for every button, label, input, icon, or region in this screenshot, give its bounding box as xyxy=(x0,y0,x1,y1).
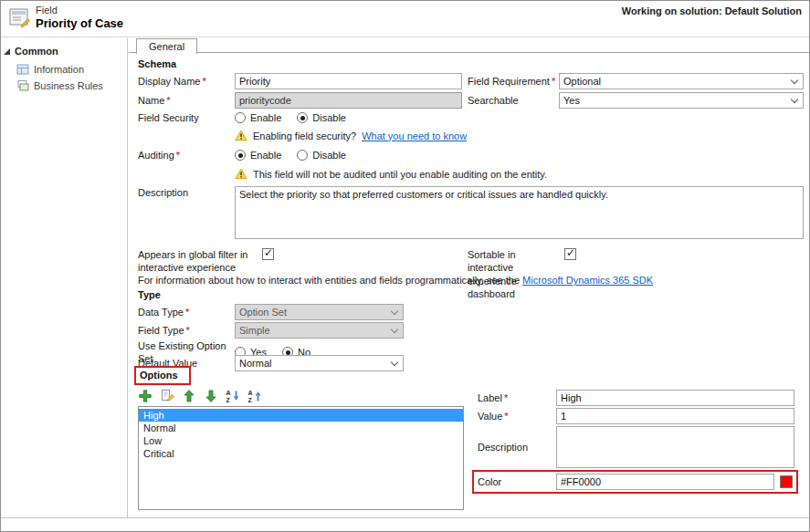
svg-text:A: A xyxy=(226,390,231,396)
color-swatch[interactable] xyxy=(780,475,793,488)
move-up-button[interactable] xyxy=(182,389,196,403)
chevron-down-icon xyxy=(391,326,398,333)
name-label: Name* xyxy=(138,94,235,107)
description-label: Description xyxy=(138,186,235,199)
field-security-disable-radio[interactable] xyxy=(297,112,308,123)
global-filter-label: Appears in global filter in interactive … xyxy=(138,248,262,275)
option-color-row: Color xyxy=(478,474,793,490)
field-security-enable-radio[interactable] xyxy=(235,112,246,123)
data-type-select: Option Set xyxy=(235,304,404,320)
options-listbox[interactable]: High Normal Low Critical xyxy=(138,406,464,510)
required-marker: * xyxy=(166,95,170,106)
arrow-down-icon xyxy=(204,389,218,403)
option-label-label: Label* xyxy=(478,391,556,404)
display-name-row: Display Name* Field Requirement* Optiona… xyxy=(138,73,804,89)
auditing-disable-label: Disable xyxy=(312,150,346,161)
sort-descending-icon: A Z xyxy=(247,389,262,403)
svg-text:Z: Z xyxy=(248,397,253,403)
field-type-select: Simple xyxy=(235,322,404,339)
option-list-item[interactable]: Low xyxy=(139,434,463,447)
option-value-input[interactable] xyxy=(556,408,794,424)
auditing-warning-row: This field will not be audited until you… xyxy=(138,168,804,180)
description-row: Description Select the priority so that … xyxy=(138,186,804,241)
required-marker: * xyxy=(202,76,205,87)
schema-section-heading: Schema xyxy=(138,58,176,69)
chevron-down-icon xyxy=(391,359,398,366)
required-marker: * xyxy=(504,411,508,422)
sidebar-item-business-rules[interactable]: Business Rules xyxy=(1,78,127,94)
name-row: Name* Searchable Yes xyxy=(138,92,804,109)
tree-expander-icon[interactable] xyxy=(4,48,10,55)
required-marker: * xyxy=(185,307,189,318)
auditing-enable-radio[interactable] xyxy=(235,150,246,161)
name-input xyxy=(235,92,462,109)
entity-type-label: Field xyxy=(36,5,58,16)
option-detail-panel: Label* Value* Description Color xyxy=(478,390,794,494)
searchable-select[interactable]: Yes xyxy=(559,92,804,109)
auditing-disable-radio[interactable] xyxy=(297,150,308,161)
default-value-select[interactable]: Normal xyxy=(235,355,404,371)
option-list-item[interactable]: High xyxy=(139,409,463,422)
auditing-warning: This field will not be audited until you… xyxy=(235,168,804,180)
field-security-label: Field Security xyxy=(138,111,235,124)
warning-icon xyxy=(235,130,247,141)
chevron-down-icon xyxy=(391,308,398,315)
working-on-solution-label: Working on solution: Default Solution xyxy=(622,5,802,16)
option-list-item[interactable]: Normal xyxy=(139,422,463,434)
tab-general[interactable]: General xyxy=(136,38,197,54)
option-color-input[interactable] xyxy=(556,474,774,490)
display-name-input[interactable] xyxy=(235,73,462,89)
sort-descending-button[interactable]: A Z xyxy=(247,389,262,403)
main-panel: General Schema Display Name* Field Requi… xyxy=(129,37,809,517)
sdk-link[interactable]: Microsoft Dynamics 365 SDK xyxy=(522,275,653,286)
sortable-checkbox[interactable] xyxy=(564,248,576,260)
sidebar-item-information[interactable]: Information xyxy=(1,61,127,78)
sidebar-group-common[interactable]: Common xyxy=(1,38,127,61)
move-down-button[interactable] xyxy=(204,389,218,403)
required-marker: * xyxy=(552,76,555,87)
chevron-down-icon xyxy=(791,96,798,103)
field-editor-window: Field Priority of Case Working on soluti… xyxy=(0,0,810,532)
sort-ascending-button[interactable]: A Z xyxy=(226,389,240,403)
annotation-box-options: Options xyxy=(134,366,191,385)
tab-bar: General xyxy=(129,37,809,53)
auditing-radio-group: Enable Disable xyxy=(235,150,804,161)
field-security-help-link[interactable]: What you need to know xyxy=(362,130,467,141)
display-name-label: Display Name* xyxy=(138,75,235,88)
field-requirement-label: Field Requirement* xyxy=(468,75,559,88)
field-type-row: Field Type* Simple xyxy=(138,322,804,339)
field-requirement-select[interactable]: Optional xyxy=(559,73,804,89)
option-value-label: Value* xyxy=(478,410,556,422)
header: Field Priority of Case Working on soluti… xyxy=(1,1,809,37)
add-option-button[interactable] xyxy=(138,389,153,403)
edit-option-button[interactable] xyxy=(160,389,174,403)
options-section-heading: Options xyxy=(140,370,178,381)
field-security-enable-label: Enable xyxy=(250,112,281,123)
field-security-radio-group: Enable Disable xyxy=(235,112,804,123)
form-content: Schema Display Name* Field Requirement* … xyxy=(129,53,809,517)
auditing-row: Auditing* Enable Disable xyxy=(138,149,804,162)
type-section-heading: Type xyxy=(138,289,161,300)
field-type-label: Field Type* xyxy=(138,324,235,337)
auditing-warning-text: This field will not be audited until you… xyxy=(253,169,547,180)
field-security-row: Field Security Enable Disable xyxy=(138,111,804,124)
page-title: Priority of Case xyxy=(36,16,123,30)
option-description-textarea[interactable] xyxy=(556,426,794,468)
svg-text:Z: Z xyxy=(226,397,231,403)
field-form-icon xyxy=(9,7,31,29)
field-security-warning-text: Enabling field security? xyxy=(253,130,356,141)
sdk-note-text: For information about how to interact wi… xyxy=(138,275,520,286)
chevron-down-icon xyxy=(791,77,798,84)
option-label-input[interactable] xyxy=(556,390,794,406)
information-icon xyxy=(16,63,29,76)
searchable-label: Searchable xyxy=(468,94,559,107)
field-security-disable-label: Disable xyxy=(312,112,346,123)
sdk-note: For information about how to interact wi… xyxy=(138,275,653,286)
footer-divider xyxy=(1,517,809,518)
option-list-item[interactable]: Critical xyxy=(139,447,463,460)
option-description-label: Description xyxy=(478,426,556,454)
sidebar-group-label: Common xyxy=(15,46,58,57)
required-marker: * xyxy=(504,392,508,403)
description-textarea[interactable]: Select the priority so that preferred cu… xyxy=(235,186,804,239)
global-filter-checkbox[interactable] xyxy=(262,248,274,260)
